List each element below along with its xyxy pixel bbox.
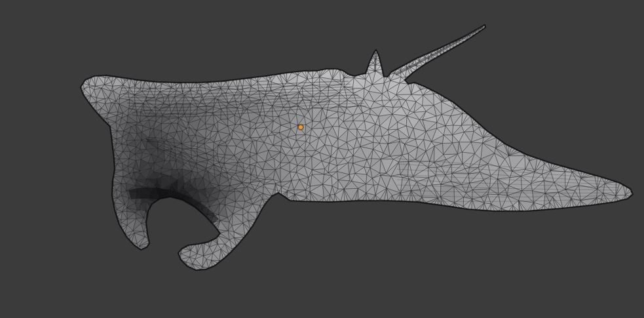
object-origin-marker[interactable] bbox=[298, 125, 303, 130]
3d-viewport[interactable] bbox=[0, 0, 644, 318]
manta-ray-wireframe-model[interactable] bbox=[0, 0, 644, 318]
